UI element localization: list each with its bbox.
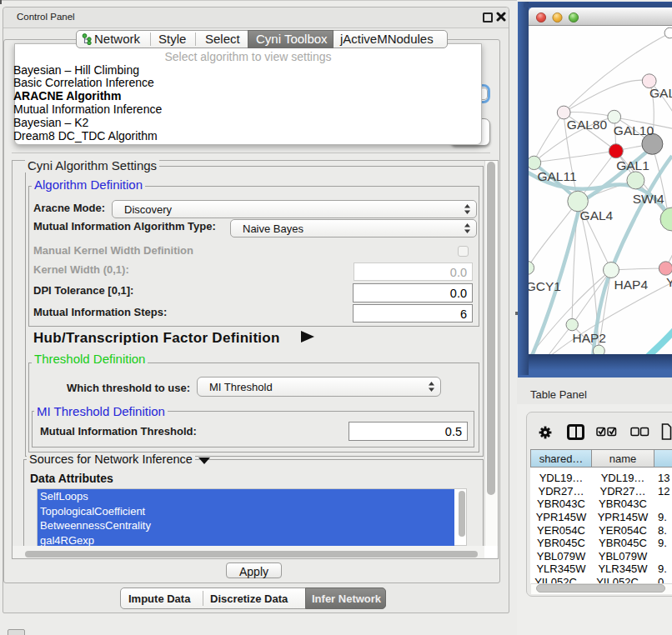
svg-text:GAL80: GAL80 [567,118,608,132]
svg-text:GCY1: GCY1 [529,279,561,293]
svg-text:HAP4: HAP4 [614,278,649,292]
svg-text:GAL10: GAL10 [614,123,654,138]
svg-text:GAL1: GAL1 [616,158,649,172]
svg-text:GAL11: GAL11 [537,169,576,183]
svg-text:GAL4: GAL4 [580,208,614,222]
svg-text:SWI4: SWI4 [633,192,664,206]
svg-text:Y: Y [666,275,672,289]
svg-text:HAP2: HAP2 [572,331,606,345]
svg-text:GAL: GAL [649,86,672,100]
